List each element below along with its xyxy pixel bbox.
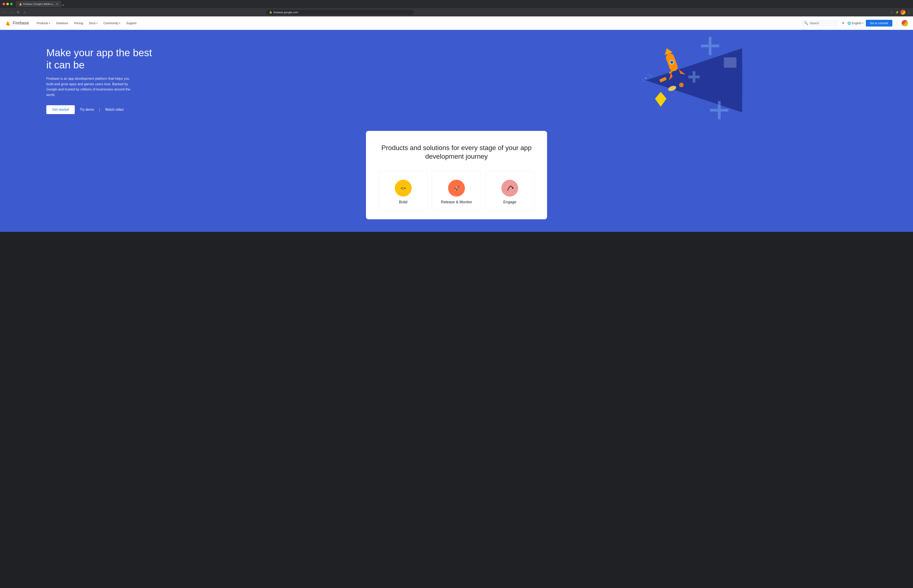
products-section: Products and solutions for every stage o… — [0, 131, 913, 232]
svg-point-16 — [679, 83, 684, 87]
nav-more-icon[interactable]: ⋮ — [895, 21, 899, 26]
lock-icon: 🔒 — [269, 11, 272, 14]
theme-toggle-icon[interactable]: ☀ — [842, 21, 845, 26]
nav-community[interactable]: Community ▾ — [101, 20, 123, 26]
products-card: Products and solutions for every stage o… — [366, 131, 547, 219]
product-card-engage[interactable]: Engage — [486, 171, 534, 211]
browser-chrome: 🔥 Firebase | Google's Mobile a... ✕ + ← … — [0, 0, 913, 16]
bookmark-icon[interactable]: ☆ — [889, 10, 894, 14]
hero-content: Make your app the best it can be Firebas… — [46, 47, 156, 114]
nav-pricing[interactable]: Pricing — [71, 20, 86, 26]
build-icon: <> — [399, 184, 408, 192]
active-tab[interactable]: 🔥 Firebase | Google's Mobile a... ✕ — [16, 1, 61, 7]
hero-svg-illustration — [411, 30, 913, 131]
back-button[interactable]: ← — [2, 10, 7, 15]
minimize-window-button[interactable] — [6, 3, 9, 5]
tab-title: Firebase | Google's Mobile a... — [23, 3, 55, 5]
engage-icon — [505, 183, 515, 194]
try-demo-button[interactable]: Try demo — [80, 108, 94, 111]
home-button[interactable]: ⌂ — [22, 10, 28, 15]
address-text: firebase.google.com — [274, 11, 298, 14]
engage-icon-wrapper — [501, 180, 518, 197]
profile-icon[interactable] — [900, 10, 905, 15]
release-icon: 🚀 — [452, 184, 461, 192]
traffic-lights — [3, 3, 13, 5]
browser-action-icons: ☆ ⚡ ⋮ — [889, 10, 911, 15]
new-tab-button[interactable]: + — [62, 3, 65, 7]
go-to-console-button[interactable]: Go to console — [866, 20, 892, 26]
refresh-button[interactable]: ↻ — [16, 10, 21, 15]
svg-point-22 — [642, 79, 643, 79]
language-label: English — [852, 21, 861, 25]
language-dropdown-icon: ▾ — [862, 22, 863, 24]
nav-solutions[interactable]: Solutions — [53, 20, 71, 26]
community-dropdown-icon: ▾ — [119, 22, 120, 24]
products-section-title: Products and solutions for every stage o… — [379, 144, 534, 161]
nav-support[interactable]: Support — [124, 20, 139, 26]
product-card-build[interactable]: <> Build — [379, 171, 427, 211]
site-nav: Firebase Products ▾ Solutions Pricing Do… — [0, 16, 913, 30]
watch-video-button[interactable]: Watch video — [105, 108, 123, 111]
website: Firebase Products ▾ Solutions Pricing Do… — [0, 16, 913, 232]
nav-products[interactable]: Products ▾ — [34, 20, 53, 26]
hero-description: Firebase is an app development platform … — [46, 76, 135, 97]
user-avatar[interactable] — [902, 20, 908, 26]
extensions-icon[interactable]: ⚡ — [895, 10, 899, 14]
release-icon-wrapper: 🚀 — [448, 180, 465, 197]
svg-point-19 — [648, 74, 649, 75]
svg-marker-13 — [655, 92, 667, 107]
forward-button[interactable]: → — [9, 10, 14, 15]
nav-logo[interactable]: Firebase — [5, 20, 29, 26]
build-icon-wrapper: <> — [395, 180, 412, 197]
close-window-button[interactable] — [3, 3, 5, 5]
docs-dropdown-icon: ▾ — [96, 22, 97, 24]
nav-logo-text: Firebase — [13, 21, 29, 26]
svg-text:<>: <> — [400, 186, 406, 191]
svg-point-18 — [645, 78, 647, 79]
svg-text:🚀: 🚀 — [453, 186, 460, 191]
globe-icon: 🌐 — [847, 21, 851, 25]
build-label: Build — [399, 200, 408, 204]
maximize-window-button[interactable] — [10, 3, 13, 5]
browser-tabs: 🔥 Firebase | Google's Mobile a... ✕ + — [16, 1, 910, 7]
more-options-icon[interactable]: ⋮ — [907, 10, 911, 14]
get-started-button[interactable]: Get started — [46, 105, 75, 114]
product-card-release[interactable]: 🚀 Release & Monitor — [432, 171, 481, 211]
divider: | — [99, 107, 100, 112]
hero-actions: Get started Try demo | Watch video — [46, 105, 156, 114]
address-bar[interactable]: 🔒 firebase.google.com — [266, 10, 414, 15]
tab-close-button[interactable]: ✕ — [56, 2, 58, 6]
search-icon: 🔍 — [804, 21, 808, 25]
hero-section: Make your app the best it can be Firebas… — [0, 30, 913, 131]
tab-favicon: 🔥 — [19, 3, 22, 5]
nav-links: Products ▾ Solutions Pricing Docs ▾ Comm… — [34, 20, 801, 26]
nav-docs[interactable]: Docs ▾ — [86, 20, 100, 26]
browser-titlebar: 🔥 Firebase | Google's Mobile a... ✕ + — [0, 0, 913, 8]
hero-illustration — [411, 30, 913, 131]
search-bar[interactable]: 🔍 Search — [801, 20, 839, 26]
firebase-logo-icon — [5, 20, 11, 26]
hero-title: Make your app the best it can be — [46, 47, 156, 71]
nav-right: 🔍 Search ☀ 🌐 English ▾ Go to console ⋮ — [801, 20, 908, 26]
svg-rect-17 — [724, 57, 737, 68]
svg-point-21 — [650, 75, 651, 76]
browser-nav: ← → ↻ ⌂ 🔒 firebase.google.com ☆ ⚡ ⋮ — [0, 8, 913, 16]
search-label: Search — [810, 21, 819, 25]
svg-point-20 — [643, 81, 644, 82]
language-selector[interactable]: 🌐 English ▾ — [847, 21, 863, 25]
release-label: Release & Monitor — [441, 200, 472, 204]
engage-label: Engage — [503, 200, 516, 204]
products-dropdown-icon: ▾ — [49, 22, 50, 24]
products-grid: <> Build 🚀 Release & Monitor — [379, 171, 534, 211]
